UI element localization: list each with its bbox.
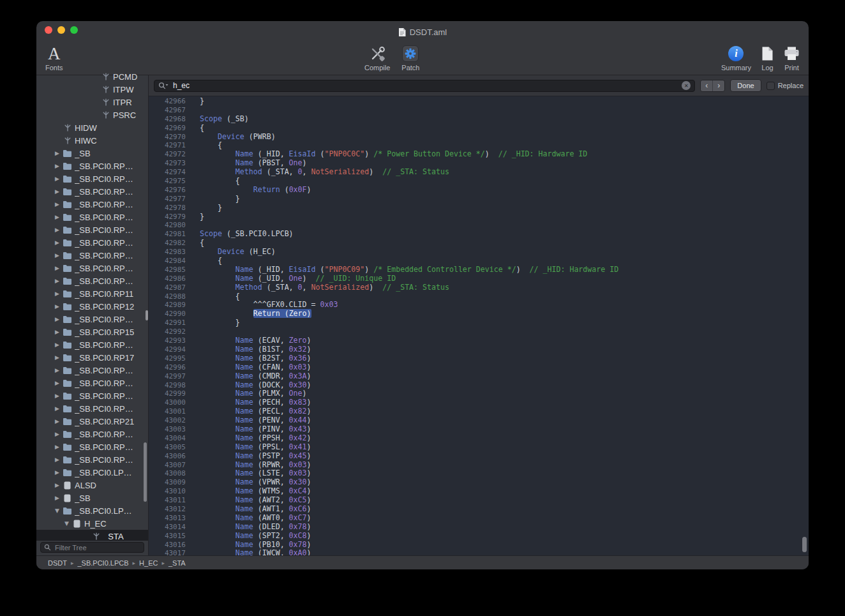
code-line[interactable]: 42976 Return (0x0F) xyxy=(149,186,809,195)
clear-search-icon[interactable]: ✕ xyxy=(682,81,691,90)
patch-button[interactable]: Patch xyxy=(401,44,419,71)
disclosure-triangle-icon[interactable]: ▼ xyxy=(52,507,62,514)
tree-item[interactable]: ▶_SB.PCI0.RP… xyxy=(36,440,148,453)
disclosure-triangle-icon[interactable]: ▶ xyxy=(52,150,62,156)
disclosure-triangle-icon[interactable]: ▶ xyxy=(52,431,62,437)
tree-item[interactable]: PCMD xyxy=(36,70,148,83)
code-line[interactable]: 42993 Name (ECAV, Zero) xyxy=(149,336,809,345)
filter-tree-input[interactable] xyxy=(54,543,140,552)
compile-button[interactable]: Compile xyxy=(364,44,390,71)
code-line[interactable]: 42988 { xyxy=(149,292,809,301)
code-line[interactable]: 42997 Name (CMDR, 0x3A) xyxy=(149,372,809,381)
code-line[interactable]: 42984 { xyxy=(149,257,809,266)
zoom-button[interactable] xyxy=(70,26,78,34)
disclosure-triangle-icon[interactable]: ▶ xyxy=(52,214,62,220)
code-line[interactable]: 42969{ xyxy=(149,124,809,133)
code-line[interactable]: 43016 Name (PB10, 0x78) xyxy=(149,541,809,550)
tree-item[interactable]: ▶_SB.PCI0.RP… xyxy=(36,185,148,198)
minimize-button[interactable] xyxy=(57,26,65,34)
tree-item[interactable]: ▶_SB.PCI0.RP11 xyxy=(36,287,148,300)
code-line[interactable]: 43017 Name (IWCW, 0xA0) xyxy=(149,549,809,555)
tree-item[interactable]: HIWC xyxy=(36,134,148,147)
code-line[interactable]: 43004 Name (PPSH, 0x42) xyxy=(149,434,809,443)
code-line[interactable]: 42985 Name (_HID, EisaId ("PNP0C09") /* … xyxy=(149,266,809,274)
code-line[interactable]: 42975 { xyxy=(149,177,809,186)
find-query-input[interactable] xyxy=(172,80,678,91)
code-line[interactable]: 42992 xyxy=(149,327,809,336)
disclosure-triangle-icon[interactable]: ▶ xyxy=(52,495,62,501)
tree-item[interactable]: ▶_SB.PCI0.RP… xyxy=(36,453,148,466)
code-line[interactable]: 42982{ xyxy=(149,239,809,248)
find-previous-button[interactable]: ‹ xyxy=(701,80,712,91)
breadcrumb-device[interactable]: H_EC xyxy=(139,559,158,567)
editor-scrollbar-thumb[interactable] xyxy=(802,537,807,552)
tree-item[interactable]: ▶_SB.PCI0.RP17 xyxy=(36,351,148,364)
code-line[interactable]: 42991 } xyxy=(149,319,809,327)
disclosure-triangle-icon[interactable]: ▶ xyxy=(52,163,62,169)
code-line[interactable]: 42974 Method (_STA, 0, NotSerialized) //… xyxy=(149,168,809,177)
tree-item[interactable]: ▶_SB.PCI0.RP… xyxy=(36,198,148,211)
disclosure-triangle-icon[interactable]: ▶ xyxy=(52,405,62,412)
log-button[interactable]: Log xyxy=(761,44,774,71)
code-line[interactable]: 42978 } xyxy=(149,204,809,213)
tree-item[interactable]: ▶_SB.PCI0.RP… xyxy=(36,262,148,274)
code-line[interactable]: 43012 Name (AWT1, 0xC6) xyxy=(149,505,809,514)
tree-item[interactable]: ▶_SB.PCI0.RP… xyxy=(36,274,148,287)
tree-item[interactable]: ITPW xyxy=(36,83,148,96)
code-line[interactable]: 42989 ^^^GFX0.CLID = 0x03 xyxy=(149,301,809,310)
disclosure-triangle-icon[interactable]: ▶ xyxy=(52,303,62,310)
done-button[interactable]: Done xyxy=(730,79,761,92)
replace-checkbox[interactable] xyxy=(766,82,775,90)
code-line[interactable]: 42986 Name (_UID, One) // _UID: Unique I… xyxy=(149,274,809,283)
disclosure-triangle-icon[interactable]: ▶ xyxy=(52,444,62,450)
code-line[interactable]: 42980 xyxy=(149,221,809,230)
search-field[interactable]: ✕ xyxy=(154,80,695,92)
tree-item[interactable]: ▶_SB xyxy=(36,492,148,504)
disclosure-triangle-icon[interactable]: ▶ xyxy=(52,290,62,297)
tree-item[interactable]: ▶_SB.PCI0.RP… xyxy=(36,236,148,249)
replace-toggle[interactable]: Replace xyxy=(766,82,804,90)
tree-item[interactable]: ▶_SB.PCI0.RP15 xyxy=(36,326,148,338)
tree-item[interactable]: HIDW xyxy=(36,121,148,134)
code-line[interactable]: 42973 Name (PBST, One) xyxy=(149,159,809,168)
tree-item[interactable]: PSRC xyxy=(36,109,148,121)
tree-item[interactable]: ▶_SB.PCI0.RP12 xyxy=(36,300,148,313)
code-line[interactable]: 42967 xyxy=(149,106,809,115)
code-line[interactable]: 42970 Device (PWRB) xyxy=(149,133,809,142)
code-line[interactable]: 43003 Name (PINV, 0x43) xyxy=(149,425,809,434)
code-line[interactable]: 42987 Method (_STA, 0, NotSerialized) //… xyxy=(149,283,809,292)
code-line[interactable]: 43015 Name (SPT2, 0xC8) xyxy=(149,532,809,541)
code-line[interactable]: 43000 Name (PECH, 0x83) xyxy=(149,398,809,407)
code-line[interactable]: 43010 Name (WTMS, 0xC4) xyxy=(149,487,809,496)
filter-tree-field[interactable] xyxy=(40,542,144,553)
disclosure-triangle-icon[interactable]: ▶ xyxy=(52,239,62,246)
tree-item[interactable]: _STA xyxy=(36,530,148,541)
disclosure-triangle-icon[interactable]: ▶ xyxy=(52,456,62,463)
tree-item[interactable]: ▶_SB.PCI0.RP… xyxy=(36,211,148,223)
tree-item[interactable]: ▶_SB.PCI0.RP… xyxy=(36,249,148,262)
code-line[interactable]: 42981Scope (_SB.PCI0.LPCB) xyxy=(149,230,809,239)
tree-item[interactable]: ▶_SB.PCI0.RP… xyxy=(36,313,148,326)
disclosure-triangle-icon[interactable]: ▶ xyxy=(52,316,62,322)
code-line[interactable]: 42990 Return (Zero) xyxy=(149,310,809,319)
tree-item[interactable]: ▶_SB.PCI0.RP… xyxy=(36,172,148,185)
search-menu-icon[interactable] xyxy=(158,82,168,89)
tree-item[interactable]: ITPR xyxy=(36,96,148,109)
tree-item[interactable]: ▶_SB xyxy=(36,147,148,160)
disclosure-triangle-icon[interactable]: ▶ xyxy=(52,278,62,284)
disclosure-triangle-icon[interactable]: ▶ xyxy=(52,252,62,259)
code-line[interactable]: 42979} xyxy=(149,213,809,222)
disclosure-triangle-icon[interactable]: ▼ xyxy=(62,520,71,527)
code-line[interactable]: 42998 Name (DOCK, 0x30) xyxy=(149,381,809,390)
tree-item[interactable]: ▶_SB.PCI0.RP… xyxy=(36,402,148,415)
breadcrumb-method[interactable]: _STA xyxy=(168,559,186,567)
disclosure-triangle-icon[interactable]: ▶ xyxy=(52,227,62,233)
code-line[interactable]: 42999 Name (PLMX, One) xyxy=(149,389,809,398)
code-line[interactable]: 43008 Name (LSTE, 0x03) xyxy=(149,469,809,478)
code-line[interactable]: 43002 Name (PENV, 0x44) xyxy=(149,416,809,425)
code-line[interactable]: 43001 Name (PECL, 0x82) xyxy=(149,407,809,416)
symbol-tree[interactable]: PCMDITPWITPRPSRCHIDWHIWC▶_SB▶_SB.PCI0.RP… xyxy=(36,70,148,541)
code-line[interactable]: 42977 } xyxy=(149,195,809,204)
code-line[interactable]: 43007 Name (RPWR, 0x03) xyxy=(149,461,809,470)
code-line[interactable]: 43005 Name (PPSL, 0x41) xyxy=(149,443,809,452)
